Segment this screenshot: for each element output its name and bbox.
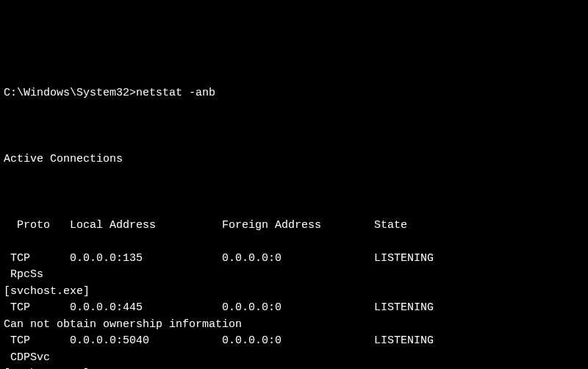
blank-line	[4, 118, 584, 135]
state-cell: LISTENING	[374, 300, 434, 317]
column-headers: ProtoLocal AddressForeign AddressState	[4, 218, 584, 234]
header-proto: Proto	[17, 218, 70, 234]
local-address-cell: 0.0.0.0:135	[70, 251, 222, 268]
header-local: Local Address	[70, 218, 222, 234]
prompt-line: C:\Windows\System32>netstat -anb	[4, 85, 584, 102]
connection-row: TCP 0.0.0.0:4450.0.0.0:0LISTENING	[4, 300, 584, 317]
owner-line: Can not obtain ownership information	[4, 317, 584, 334]
foreign-address-cell: 0.0.0.0:0	[222, 333, 374, 350]
proto-cell: TCP	[10, 333, 63, 350]
foreign-address-cell: 0.0.0.0:0	[222, 300, 374, 317]
state-cell: LISTENING	[374, 333, 434, 350]
prompt: C:\Windows\System32>	[4, 85, 136, 102]
proto-cell: TCP	[10, 251, 63, 268]
state-cell: LISTENING	[374, 251, 434, 268]
command: netstat -anb	[136, 85, 215, 102]
header-state: State	[374, 218, 407, 234]
owner-line: [svchost.exe]	[4, 284, 584, 301]
local-address-cell: 0.0.0.0:445	[70, 300, 222, 317]
connection-row: TCP 0.0.0.0:50400.0.0.0:0LISTENING	[4, 333, 584, 350]
header-foreign: Foreign Address	[222, 218, 374, 234]
connection-row: TCP 0.0.0.0:1350.0.0.0:0LISTENING	[4, 251, 584, 268]
service-name-line: RpcSs	[4, 267, 584, 284]
service-name-line: CDPSvc	[4, 350, 584, 367]
entries-list: TCP 0.0.0.0:1350.0.0.0:0LISTENINGRpcSs[s…	[4, 251, 584, 370]
active-connections-title: Active Connections	[4, 151, 584, 168]
terminal-output[interactable]: C:\Windows\System32>netstat -anb Active …	[4, 68, 584, 369]
owner-line: [svchost.exe]	[4, 366, 584, 369]
foreign-address-cell: 0.0.0.0:0	[222, 251, 374, 268]
blank-line	[4, 184, 584, 201]
proto-cell: TCP	[10, 300, 63, 317]
local-address-cell: 0.0.0.0:5040	[70, 333, 222, 350]
